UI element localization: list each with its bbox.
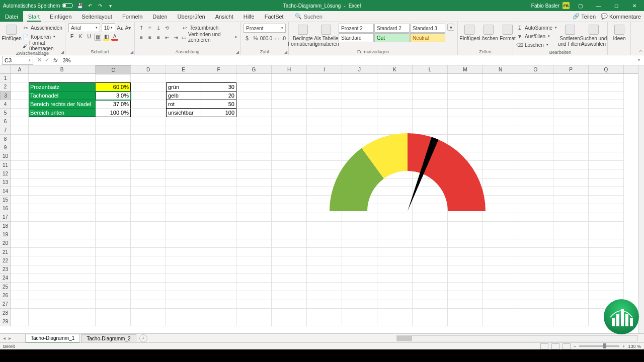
cell[interactable]: [131, 283, 166, 291]
cell[interactable]: [29, 291, 96, 300]
cell[interactable]: [272, 117, 307, 126]
cell[interactable]: [96, 117, 131, 126]
cell[interactable]: [483, 248, 518, 256]
cell[interactable]: [272, 213, 307, 222]
cell[interactable]: [236, 82, 272, 91]
cell[interactable]: [96, 256, 131, 265]
cell[interactable]: [413, 274, 448, 283]
cell[interactable]: [518, 265, 553, 274]
cell[interactable]: [553, 100, 589, 109]
cell[interactable]: [483, 74, 518, 82]
cell[interactable]: [272, 126, 307, 135]
cell[interactable]: [483, 169, 518, 178]
cell[interactable]: [96, 248, 131, 256]
view-normal-icon[interactable]: [540, 343, 548, 349]
cell[interactable]: [29, 178, 96, 187]
cell[interactable]: 30: [201, 82, 236, 91]
cell[interactable]: [377, 74, 413, 82]
cell[interactable]: [342, 300, 377, 309]
cell[interactable]: [413, 248, 448, 256]
cell[interactable]: [201, 178, 236, 187]
cell[interactable]: [131, 317, 166, 326]
cell[interactable]: [553, 317, 589, 326]
cell[interactable]: [518, 300, 553, 309]
cell[interactable]: [483, 135, 518, 143]
cell[interactable]: [589, 74, 624, 82]
row-13[interactable]: 13: [0, 178, 11, 187]
insert-cells-button[interactable]: Einfügen: [461, 24, 478, 42]
style-standard2[interactable]: Standard 2: [374, 24, 410, 33]
cell[interactable]: [201, 317, 236, 326]
cell[interactable]: [483, 187, 518, 196]
cell[interactable]: [131, 230, 166, 239]
cell[interactable]: [201, 143, 236, 152]
close-icon[interactable]: ✕: [627, 0, 642, 11]
cell[interactable]: [483, 196, 518, 204]
cell[interactable]: [272, 196, 307, 204]
cell[interactable]: [11, 256, 29, 265]
user-badge[interactable]: FB: [562, 2, 570, 9]
bold-button[interactable]: F: [68, 34, 75, 41]
cell[interactable]: [236, 309, 272, 317]
cell[interactable]: [272, 309, 307, 317]
cell[interactable]: [201, 204, 236, 213]
cell[interactable]: [11, 109, 29, 117]
cell[interactable]: [553, 161, 589, 169]
cell[interactable]: [166, 291, 201, 300]
cell[interactable]: [518, 222, 553, 230]
cell[interactable]: [518, 100, 553, 109]
cell[interactable]: [11, 187, 29, 196]
cell[interactable]: [96, 283, 131, 291]
cell[interactable]: [483, 178, 518, 187]
cell[interactable]: [166, 317, 201, 326]
select-all-corner[interactable]: [0, 65, 11, 73]
cell[interactable]: [272, 161, 307, 169]
row-29[interactable]: 29: [0, 317, 11, 326]
cell[interactable]: [236, 204, 272, 213]
cell[interactable]: 60,0%: [96, 82, 131, 91]
tab-insert[interactable]: Einfügen: [45, 11, 76, 22]
row-26[interactable]: 26: [0, 291, 11, 300]
cell[interactable]: [448, 239, 483, 248]
maximize-icon[interactable]: ◻: [609, 0, 624, 11]
cell[interactable]: [518, 117, 553, 126]
col-L[interactable]: L: [413, 65, 448, 73]
style-gut[interactable]: Gut: [374, 33, 410, 42]
underline-button[interactable]: U: [86, 34, 93, 41]
conditional-formatting-button[interactable]: Bedingte Formatierung: [292, 24, 314, 48]
cell[interactable]: [553, 291, 589, 300]
cell[interactable]: [307, 230, 342, 239]
cell[interactable]: [236, 126, 272, 135]
cell[interactable]: 50: [201, 100, 236, 109]
cell[interactable]: [307, 274, 342, 283]
font-size-select[interactable]: 10▾: [102, 23, 115, 32]
cell[interactable]: [307, 100, 342, 109]
cell[interactable]: [483, 143, 518, 152]
align-center-icon[interactable]: ≡: [146, 34, 153, 41]
tab-start[interactable]: Start: [23, 11, 45, 22]
cell[interactable]: [518, 109, 553, 117]
cell[interactable]: [166, 274, 201, 283]
cell[interactable]: [201, 117, 236, 126]
cell[interactable]: [413, 317, 448, 326]
expand-fbar-icon[interactable]: ▾: [638, 58, 644, 62]
tab-formulas[interactable]: Formeln: [117, 11, 147, 22]
cell[interactable]: Bereich unten: [29, 109, 96, 117]
cell[interactable]: [201, 283, 236, 291]
cell[interactable]: [166, 283, 201, 291]
cell[interactable]: [131, 117, 166, 126]
cell[interactable]: [96, 222, 131, 230]
cell[interactable]: [518, 274, 553, 283]
redo-icon[interactable]: ↷: [97, 3, 103, 9]
cell[interactable]: [201, 196, 236, 204]
row-16[interactable]: 16: [0, 204, 11, 213]
cell[interactable]: [236, 187, 272, 196]
cell[interactable]: [589, 152, 624, 161]
cell[interactable]: [553, 265, 589, 274]
cell[interactable]: [483, 222, 518, 230]
cell[interactable]: [448, 92, 483, 100]
cell[interactable]: [272, 239, 307, 248]
currency-icon[interactable]: $: [244, 35, 251, 42]
fx-icon[interactable]: fx: [53, 57, 58, 63]
cell[interactable]: [166, 300, 201, 309]
